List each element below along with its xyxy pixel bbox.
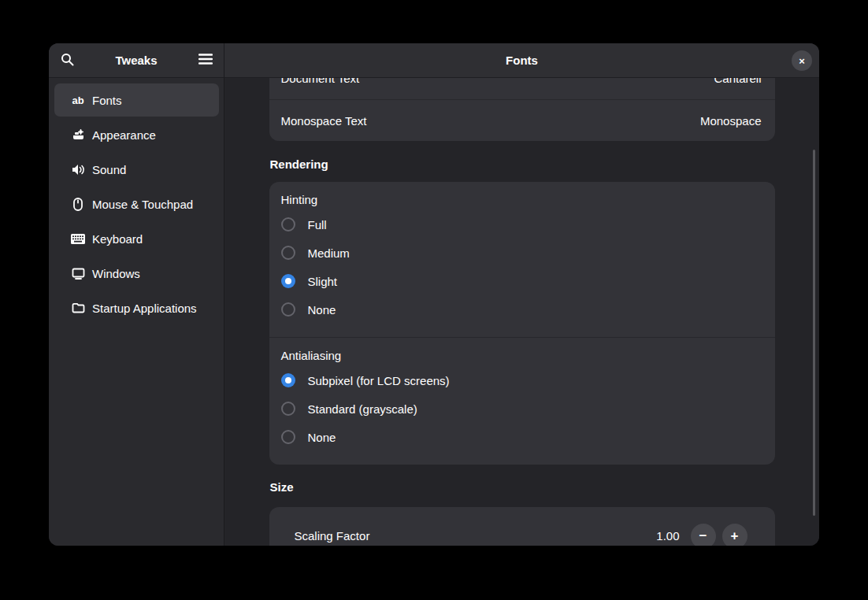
close-icon: ×: [799, 55, 805, 67]
radio-hinting-slight[interactable]: Slight: [281, 267, 763, 295]
increase-scaling-button[interactable]: +: [722, 524, 747, 546]
tweaks-window: Tweaks ab Fonts: [49, 43, 819, 546]
antialiasing-group: Antialiasing Subpixel (for LCD screens) …: [269, 337, 775, 465]
radio-icon: [281, 246, 295, 260]
sidebar-item-windows[interactable]: Windows: [54, 257, 219, 290]
radio-icon: [281, 302, 295, 317]
sidebar-item-sound[interactable]: Sound: [54, 153, 219, 186]
row-label: Monospace Text: [281, 114, 700, 128]
sidebar-item-fonts[interactable]: ab Fonts: [54, 83, 219, 117]
radio-icon: [281, 373, 295, 387]
scroll-viewport: Document Text Cantarell Monospace Text M…: [224, 78, 819, 546]
folder-icon: [70, 300, 86, 316]
minus-icon: −: [699, 528, 707, 544]
sidebar-item-label: Keyboard: [92, 232, 143, 246]
radio-icon: [281, 430, 295, 444]
scaling-factor-value: 1.00: [656, 529, 679, 543]
sidebar-item-label: Fonts: [92, 94, 122, 107]
sidebar-item-label: Sound: [92, 163, 126, 176]
monospace-text-row[interactable]: Monospace Text Monospace: [269, 99, 775, 141]
rendering-card: Hinting Full Medium Slight: [269, 182, 775, 465]
sidebar-title: Tweaks: [79, 54, 194, 67]
rendering-heading: Rendering: [270, 157, 775, 171]
appearance-icon: [70, 127, 86, 143]
radio-antialiasing-subpixel[interactable]: Subpixel (for LCD screens): [281, 366, 763, 394]
sound-icon: [70, 161, 86, 177]
windows-icon: [70, 265, 86, 281]
search-icon: [61, 53, 74, 69]
close-button[interactable]: ×: [792, 50, 812, 71]
document-text-row[interactable]: Document Text Cantarell: [269, 78, 775, 99]
sidebar-item-label: Windows: [92, 267, 140, 280]
content-headerbar: Fonts ×: [224, 43, 819, 78]
radio-icon: [281, 217, 295, 231]
hinting-label: Hinting: [281, 193, 763, 206]
font-selection-card: Document Text Cantarell Monospace Text M…: [269, 78, 775, 141]
mouse-icon: [70, 196, 86, 212]
radio-hinting-medium[interactable]: Medium: [281, 239, 763, 267]
sidebar: Tweaks ab Fonts: [49, 43, 224, 546]
vertical-scrollbar[interactable]: [813, 150, 815, 516]
scaling-factor-label: Scaling Factor: [295, 529, 370, 543]
radio-hinting-full[interactable]: Full: [281, 210, 763, 239]
sidebar-item-label: Mouse & Touchpad: [92, 198, 193, 211]
sidebar-nav: ab Fonts Appearance: [49, 78, 224, 324]
sidebar-item-startup-applications[interactable]: Startup Applications: [54, 291, 219, 324]
search-button[interactable]: [55, 49, 79, 72]
page-title: Fonts: [224, 54, 819, 67]
size-heading: Size: [270, 480, 775, 494]
antialiasing-label: Antialiasing: [281, 349, 763, 362]
content-pane: Fonts × Document Text Cantarell Monospac…: [224, 43, 819, 546]
sidebar-item-keyboard[interactable]: Keyboard: [54, 222, 219, 255]
decrease-scaling-button[interactable]: −: [691, 524, 716, 546]
menu-button[interactable]: [194, 49, 217, 72]
sidebar-headerbar: Tweaks: [49, 43, 224, 78]
radio-hinting-none[interactable]: None: [281, 295, 763, 324]
plus-icon: +: [731, 528, 739, 544]
sidebar-item-mouse-touchpad[interactable]: Mouse & Touchpad: [54, 187, 219, 220]
scaling-factor-row: Scaling Factor 1.00 − +: [269, 507, 775, 546]
row-label: Document Text: [281, 78, 714, 85]
document-font-value: Cantarell: [714, 78, 761, 85]
radio-icon: [281, 402, 295, 416]
hinting-group: Hinting Full Medium Slight: [269, 182, 775, 337]
keyboard-icon: [70, 231, 86, 246]
radio-icon: [281, 274, 295, 288]
radio-antialiasing-none[interactable]: None: [281, 423, 763, 451]
radio-antialiasing-standard[interactable]: Standard (grayscale): [281, 394, 763, 423]
sidebar-item-label: Startup Applications: [92, 302, 197, 315]
size-card: Scaling Factor 1.00 − +: [269, 507, 775, 546]
sidebar-item-appearance[interactable]: Appearance: [54, 118, 219, 151]
monospace-font-value: Monospace: [700, 114, 762, 128]
fonts-icon: ab: [70, 92, 86, 108]
hamburger-menu-icon: [198, 54, 213, 67]
sidebar-item-label: Appearance: [92, 128, 156, 142]
